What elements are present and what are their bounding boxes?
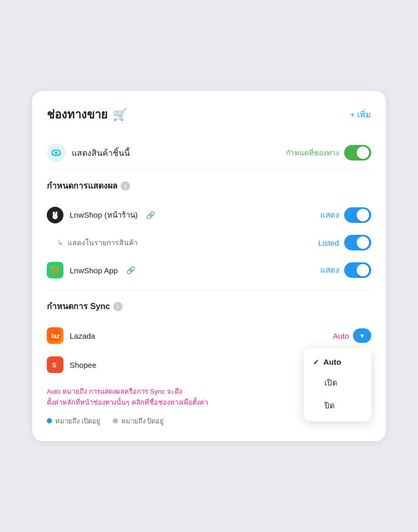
note-line1: Auto หมายถึง การแสดงผลหรือการ Sync จะดึง xyxy=(47,388,182,395)
lnwshop-name: LnwShop (หน้าร้าน) xyxy=(70,209,138,221)
option-open-label: เปิด xyxy=(324,377,337,389)
svg-text:laz: laz xyxy=(51,332,60,340)
lnwshop-icon xyxy=(47,207,63,223)
sync-section: กำหนดการ Sync i laz Lazada Auto ▾ xyxy=(47,300,371,379)
show-product-toggle[interactable] xyxy=(344,145,371,161)
sync-info-icon[interactable]: i xyxy=(113,302,123,311)
option-close-label: ปิด xyxy=(324,400,335,412)
lnwapp-status: แสดง xyxy=(320,264,339,276)
legend-closed-label: หมายถึง ปิดอยู่ xyxy=(121,416,164,427)
show-product-left: แสดงสินค้าชิ้นนี้ xyxy=(47,143,130,162)
add-channel-button[interactable]: + เพิ่ม xyxy=(350,108,371,121)
dropdown-menu: ✓ Auto เปิด ปิด xyxy=(304,348,371,421)
dropdown-chevron-icon: ▾ xyxy=(360,331,364,340)
listed-status: Listed xyxy=(318,238,339,247)
show-product-row: แสดงสินค้าชิ้นนี้ กำหนดที่ช่องทาง xyxy=(47,136,371,170)
listed-sub-label: แสดงในรายการสินค้า xyxy=(68,237,138,248)
svg-text:S: S xyxy=(52,361,57,369)
lnwapp-link-icon: 🔗 xyxy=(126,266,135,274)
svg-point-7 xyxy=(56,216,57,217)
shopee-name: Shopee xyxy=(70,361,97,369)
svg-point-2 xyxy=(55,152,58,154)
dropdown-option-open[interactable]: เปิด xyxy=(304,371,371,394)
sub-arrow-icon: ↳ xyxy=(57,238,63,247)
lnwapp-row: 🟩 LnwShop App 🔗 แสดง xyxy=(47,256,371,285)
legend-closed: หมายถึง ปิดอยู่ xyxy=(113,416,164,427)
display-info-icon[interactable]: i xyxy=(121,181,130,191)
lnwapp-row-left: 🟩 LnwShop App 🔗 xyxy=(47,262,135,278)
lnwshop-row: LnwShop (หน้าร้าน) 🔗 แสดง xyxy=(47,201,371,230)
lnwshop-link-icon: 🔗 xyxy=(146,211,155,219)
lazada-name: Lazada xyxy=(70,331,95,340)
svg-point-4 xyxy=(53,211,55,216)
display-title-text: กำหนดการแสดงผล xyxy=(47,179,117,192)
main-card: ช่องทางขาย 🛒 + เพิ่ม แสดงสินค้าชิ้นนี้ ก… xyxy=(32,91,386,441)
divider xyxy=(47,290,371,290)
lazada-row-right: Auto ▾ xyxy=(333,328,371,343)
listed-sub-row-right: Listed xyxy=(318,235,371,250)
svg-point-5 xyxy=(56,211,58,216)
dropdown-option-auto[interactable]: ✓ Auto xyxy=(304,352,371,371)
lnwapp-icon: 🟩 xyxy=(47,262,63,278)
lnwapp-name: LnwShop App xyxy=(70,266,118,275)
show-product-label: แสดงสินค้าชิ้นนี้ xyxy=(72,147,130,159)
lazada-status: Auto xyxy=(333,331,349,340)
legend-dot-gray xyxy=(113,418,118,423)
shopee-icon: S xyxy=(47,356,63,373)
lazada-row: laz Lazada Auto ▾ ✓ Auto เปิด xyxy=(47,321,371,350)
listed-toggle[interactable] xyxy=(344,235,371,250)
lazada-icon: laz xyxy=(47,327,63,344)
card-header: ช่องทางขาย 🛒 + เพิ่ม xyxy=(47,105,371,124)
sync-title-text: กำหนดการ Sync xyxy=(47,300,110,313)
lazada-dropdown-button[interactable]: ▾ xyxy=(353,328,371,343)
lnwshop-row-right: แสดง xyxy=(320,207,371,223)
svg-point-6 xyxy=(54,216,55,217)
listed-sub-row-left: ↳ แสดงในรายการสินค้า xyxy=(57,237,138,248)
sync-section-title: กำหนดการ Sync i xyxy=(47,300,371,313)
eye-icon xyxy=(47,143,66,162)
legend-dot-blue xyxy=(47,418,52,423)
card-title: ช่องทางขาย 🛒 xyxy=(47,105,127,124)
note-line2: ตั้งค่าหลักที่หน้าช่องทางนั้นๆ คลิกที่ชื… xyxy=(47,398,208,406)
option-auto-label: Auto xyxy=(323,357,341,366)
legend-open: หมายถึง เปิดอยู่ xyxy=(47,416,100,427)
lnwshop-row-left: LnwShop (หน้าร้าน) 🔗 xyxy=(47,207,155,223)
show-product-right: กำหนดที่ช่องทาง xyxy=(286,145,371,161)
lnwshop-status: แสดง xyxy=(320,209,339,221)
display-section: กำหนดการแสดงผล i LnwShop (หน้าร xyxy=(47,179,371,285)
legend-open-label: หมายถึง เปิดอยู่ xyxy=(55,416,100,427)
lnwapp-toggle[interactable] xyxy=(344,262,371,278)
lazada-row-left: laz Lazada xyxy=(47,327,95,344)
display-section-title: กำหนดการแสดงผล i xyxy=(47,179,371,192)
listed-sub-row: ↳ แสดงในรายการสินค้า Listed xyxy=(47,230,371,256)
dropdown-option-close[interactable]: ปิด xyxy=(304,394,371,417)
shopee-row-left: S Shopee xyxy=(47,356,97,373)
check-icon: ✓ xyxy=(313,358,319,366)
channel-label-text: กำหนดที่ช่องทาง xyxy=(286,147,339,158)
cart-icon: 🛒 xyxy=(113,108,127,122)
lnwapp-row-right: แสดง xyxy=(320,262,371,278)
lnwshop-toggle[interactable] xyxy=(344,207,371,223)
title-text: ช่องทางขาย xyxy=(47,105,108,124)
